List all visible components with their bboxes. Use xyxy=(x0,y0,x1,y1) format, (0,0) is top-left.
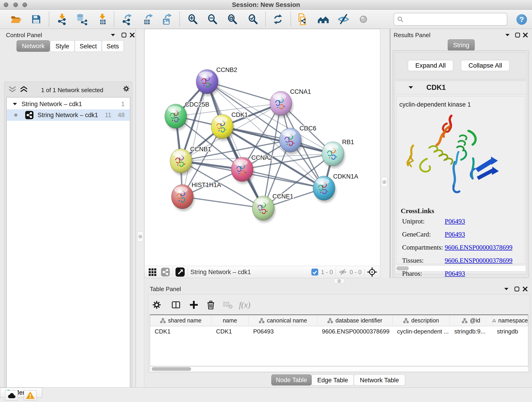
network-view-button[interactable] xyxy=(161,268,170,276)
splitter-handle[interactable] xyxy=(334,279,344,283)
network-edge[interactable] xyxy=(242,169,324,188)
network-row-selected[interactable]: String Network – cdk1 11 48 xyxy=(7,109,130,121)
table-panel-close-button[interactable] xyxy=(522,286,529,293)
export-table-button[interactable] xyxy=(142,12,155,27)
column-header-name[interactable]: name xyxy=(211,315,249,326)
splitter-handle[interactable] xyxy=(137,231,143,242)
warnings-button[interactable] xyxy=(24,390,37,400)
network-edge[interactable] xyxy=(182,82,207,197)
table-cell[interactable]: P06493 xyxy=(249,326,317,337)
cloud-status-button[interactable] xyxy=(5,390,18,400)
hide-graphics-details-button[interactable] xyxy=(336,12,350,27)
import-network-from-database-button[interactable] xyxy=(75,12,88,27)
hidden-eye-slash-icon[interactable] xyxy=(339,268,347,276)
table-hscrollbar[interactable] xyxy=(150,366,528,372)
control-panel-float-button[interactable] xyxy=(109,32,116,38)
column-header-description[interactable]: description xyxy=(393,315,450,326)
right-splitter[interactable] xyxy=(380,29,390,279)
collapse-all-chevrons-icon[interactable] xyxy=(8,86,17,92)
crosslink-link[interactable]: P06493 xyxy=(445,230,465,238)
table-cell[interactable]: 9606.ENSP00000378699 xyxy=(317,326,393,337)
column-header-database-identifier[interactable]: database identifier xyxy=(317,315,393,326)
network-node-CCNA1[interactable]: CCNA1 xyxy=(270,88,311,118)
tab-network[interactable]: Network xyxy=(17,40,50,52)
search-input[interactable] xyxy=(406,16,504,23)
crosslink-link[interactable]: 9606.ENSP00000378699 xyxy=(445,244,513,251)
collapse-all-button[interactable]: Collapse All xyxy=(461,60,510,71)
add-column-button[interactable] xyxy=(186,298,201,312)
expander-triangle-icon[interactable] xyxy=(408,86,413,89)
crosslink-link[interactable]: P06493 xyxy=(445,217,465,225)
table-hscrollbar-thumb[interactable] xyxy=(152,367,191,371)
table-row[interactable]: CDK1CDK1P064939606.ENSP00000378699cyclin… xyxy=(150,326,528,337)
results-hscrollbar-thumb[interactable] xyxy=(396,266,409,270)
delete-column-button[interactable] xyxy=(203,298,218,312)
save-session-button[interactable] xyxy=(29,12,43,27)
open-session-button[interactable] xyxy=(9,12,23,27)
left-splitter[interactable] xyxy=(136,29,144,387)
tab-network-table[interactable]: Network Table xyxy=(354,375,405,385)
show-graphics-details-button[interactable] xyxy=(356,12,370,27)
control-panel-close-button[interactable] xyxy=(129,32,136,38)
table-cell[interactable]: CDK1 xyxy=(211,326,249,337)
export-network-button[interactable] xyxy=(120,12,134,27)
table-panel-maximize-button[interactable] xyxy=(513,286,520,293)
tab-edge-table[interactable]: Edge Table xyxy=(312,375,354,385)
column-header--id[interactable]: @id xyxy=(450,315,492,326)
network-node-CDK1[interactable]: CDK1 xyxy=(211,111,248,141)
zoom-out-button[interactable] xyxy=(206,12,220,27)
node-result-header[interactable]: CDK1 xyxy=(395,81,527,94)
network-edge[interactable] xyxy=(207,82,263,208)
results-panel-close-button[interactable] xyxy=(522,32,529,38)
birds-eye-view-button[interactable] xyxy=(176,268,185,277)
tab-style[interactable]: Style xyxy=(50,40,75,52)
table-panel-float-button[interactable] xyxy=(503,286,510,293)
zoom-selected-button[interactable] xyxy=(246,12,260,27)
zoom-in-button[interactable] xyxy=(186,12,200,27)
network-node-HIST1H1A[interactable]: HIST1H1A xyxy=(171,182,221,211)
home-button[interactable] xyxy=(317,12,330,27)
column-header-shared-name[interactable]: shared name xyxy=(150,315,211,326)
import-table-from-file-button[interactable] xyxy=(95,12,109,27)
tab-string[interactable]: String xyxy=(448,39,475,51)
export-image-button[interactable] xyxy=(160,12,174,27)
splitter-handle[interactable] xyxy=(381,177,387,187)
expand-all-button[interactable]: Expand All xyxy=(408,60,453,71)
selected-checkbox-icon[interactable] xyxy=(311,269,318,275)
table-gear-button[interactable] xyxy=(149,298,164,312)
results-panel-maximize-button[interactable] xyxy=(514,32,521,38)
tab-node-table[interactable]: Node Table xyxy=(271,375,312,385)
import-network-from-file-button[interactable] xyxy=(55,12,69,27)
column-header-namespace[interactable]: namespace xyxy=(492,315,528,326)
help-button[interactable]: ? xyxy=(516,14,527,25)
expand-all-chevrons-icon[interactable] xyxy=(19,86,28,92)
results-hscrollbar[interactable] xyxy=(395,265,526,271)
network-node-CDKN1A[interactable]: CDKN1A xyxy=(313,173,358,203)
results-panel-float-button[interactable] xyxy=(504,32,511,38)
network-node-CCNA2[interactable]: CCNA2 xyxy=(231,154,272,184)
network-node-RB1[interactable]: RB1 xyxy=(322,139,354,168)
tab-select[interactable]: Select xyxy=(75,40,102,52)
column-header-canonical-name[interactable]: canonical name xyxy=(249,315,317,326)
table-cell[interactable]: stringdb xyxy=(492,326,528,337)
network-node-CDC6[interactable]: CDC6 xyxy=(279,125,317,154)
network-node-CDC25B[interactable]: CDC25B xyxy=(165,101,209,131)
network-panel-gear-button[interactable] xyxy=(123,85,130,92)
network-graph[interactable]: CCNB2CCNA1CDC25BCDK1CDC6RB1CCNB1CCNA2CDK… xyxy=(145,29,380,266)
crosslink-link[interactable]: 9606.ENSP00000378699 xyxy=(445,257,513,264)
new-network-from-selection-button[interactable] xyxy=(296,12,310,27)
tab-sets[interactable]: Sets xyxy=(102,40,124,52)
zoom-fit-button[interactable] xyxy=(226,12,239,27)
control-panel-maximize-button[interactable] xyxy=(120,32,127,38)
network-collection-row[interactable]: String Network – cdk1 1 xyxy=(7,99,130,109)
network-node-CCNB1[interactable]: CCNB1 xyxy=(170,146,211,175)
network-node-CCNB2[interactable]: CCNB2 xyxy=(196,66,237,96)
expander-triangle-icon[interactable] xyxy=(12,102,17,106)
table-cell[interactable]: CDK1 xyxy=(150,326,211,337)
network-node-CCNE1[interactable]: CCNE1 xyxy=(252,193,293,223)
show-column-panel-button[interactable] xyxy=(169,298,183,312)
grid-view-button[interactable] xyxy=(148,268,157,276)
table-cell[interactable]: cyclin-dependent ... xyxy=(393,326,450,337)
network-canvas[interactable]: CCNB2CCNA1CDC25BCDK1CDC6RB1CCNB1CCNA2CDK… xyxy=(144,29,380,266)
table-cell[interactable]: stringdb:9... xyxy=(450,326,492,337)
